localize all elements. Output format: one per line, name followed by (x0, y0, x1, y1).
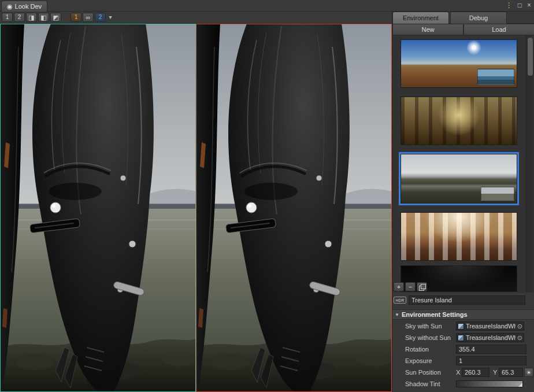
environment-1-button[interactable]: 1 (71, 13, 81, 22)
hdr-icon: HDR (394, 297, 406, 304)
sun-position-row: Sun Position X Y ☀ (392, 367, 534, 378)
duplicate-icon (419, 284, 425, 290)
sun-x-input[interactable] (462, 368, 490, 377)
environment-thumbnail-treasure-island[interactable] (400, 154, 517, 204)
exposure-row: Exposure (392, 356, 534, 366)
thumbnail-inset-image (481, 187, 514, 201)
lookdev-viewport (0, 24, 392, 392)
window-title: Look Dev (15, 3, 42, 10)
shadow-tint-color-swatch[interactable] (456, 380, 523, 387)
sun-icon[interactable]: ☀ (524, 368, 533, 377)
sun-position-label: Sun Position (405, 369, 441, 376)
sky-without-sun-label: Sky without Sun (405, 334, 451, 341)
hdr-name-row: HDR (394, 295, 533, 305)
lookdev-toolbar: 1 2 ◨ ◧ ◩ 1 ∞ 2 ▾ (0, 12, 392, 24)
shadow-tint-row: Shadow Tint (392, 379, 534, 389)
rotation-row: Rotation (392, 344, 534, 354)
robot-head-render (0, 24, 196, 392)
environment-thumbnail-selected-frame (399, 152, 519, 205)
exposure-label: Exposure (405, 357, 432, 364)
texture-icon (458, 323, 464, 330)
sky-with-sun-value: TreasureIslandWh (466, 323, 516, 330)
tab-environment[interactable]: Environment (392, 12, 449, 24)
object-picker-icon[interactable]: ⊙ (517, 323, 522, 330)
settings-header-label: Environment Settings (402, 311, 468, 318)
shadow-tint-label: Shadow Tint (405, 380, 440, 387)
thumbnail-scrollbar[interactable] (526, 35, 533, 293)
sky-with-sun-row: Sky with Sun TreasureIslandWh ⊙ (392, 321, 534, 331)
texture-icon (458, 335, 464, 341)
tab-debug[interactable]: Debug (450, 12, 507, 24)
list-edit-buttons: + − (394, 282, 427, 291)
sun-y-label: Y (493, 369, 497, 376)
hdr-name-input[interactable] (409, 295, 525, 305)
single-view-2-button[interactable]: 2 (14, 13, 25, 22)
split-view-icon[interactable]: ◧ (38, 13, 49, 22)
rotation-input[interactable] (456, 345, 526, 354)
environment-2-button[interactable]: 2 (95, 13, 106, 22)
lookdev-window: ◉ Look Dev ⋮ □ × 1 2 ◨ ◧ ◩ 1 ∞ 2 ▾ Envir… (0, 0, 534, 392)
sun-y-input[interactable] (499, 368, 523, 377)
load-button[interactable]: Load (463, 24, 534, 35)
duplicate-environment-button[interactable] (417, 282, 427, 291)
sun-x-label: X (456, 369, 460, 376)
rotation-label: Rotation (405, 346, 429, 353)
sky-without-sun-value: TreasureIslandWh (466, 334, 516, 341)
environment-panel: New Load + − HDR (392, 24, 534, 392)
sky-without-sun-row: Sky without Sun TreasureIslandWh ⊙ (392, 332, 534, 343)
scrollbar-thumb[interactable] (528, 38, 533, 76)
thumbnail-inset-image (477, 69, 514, 85)
sky-with-sun-label: Sky with Sun (405, 323, 442, 330)
environment-thumbnail-list: + − (392, 35, 534, 293)
environment-thumbnail-church[interactable] (400, 212, 517, 261)
environment-thumbnail-forest[interactable] (400, 97, 517, 145)
exposure-input[interactable] (456, 356, 526, 365)
sky-without-sun-field[interactable]: TreasureIslandWh ⊙ (456, 333, 524, 342)
window-menu-icon[interactable]: ⋮ (506, 1, 513, 9)
chevron-down-icon[interactable]: ▾ (107, 13, 114, 22)
zone-view-icon[interactable]: ◩ (50, 13, 61, 22)
maximize-icon[interactable]: □ (518, 1, 522, 9)
single-view-1-button[interactable]: 1 (2, 13, 13, 22)
lookdev-icon: ◉ (7, 3, 13, 10)
close-icon[interactable]: × (527, 1, 531, 9)
foldout-icon[interactable]: ▼ (395, 312, 399, 317)
sky-with-sun-field[interactable]: TreasureIslandWh ⊙ (456, 321, 524, 331)
environment-settings-header[interactable]: ▼ Environment Settings (392, 309, 534, 320)
render-view-1[interactable] (0, 24, 196, 392)
add-environment-button[interactable]: + (394, 282, 404, 291)
object-picker-icon[interactable]: ⊙ (517, 334, 522, 342)
robot-head-render (196, 24, 392, 392)
lookdev-tab[interactable]: ◉ Look Dev (1, 1, 47, 12)
new-button[interactable]: New (392, 24, 463, 35)
title-bar: ◉ Look Dev ⋮ □ × (0, 0, 534, 12)
panel-tabs: Environment Debug (392, 12, 534, 24)
side-by-side-icon[interactable]: ◨ (26, 13, 37, 22)
remove-environment-button[interactable]: − (405, 282, 416, 291)
link-environments-icon[interactable]: ∞ (83, 13, 94, 22)
render-view-2[interactable] (196, 24, 392, 392)
environment-thumbnail-desert[interactable] (400, 39, 517, 88)
library-actions: New Load (392, 24, 534, 35)
